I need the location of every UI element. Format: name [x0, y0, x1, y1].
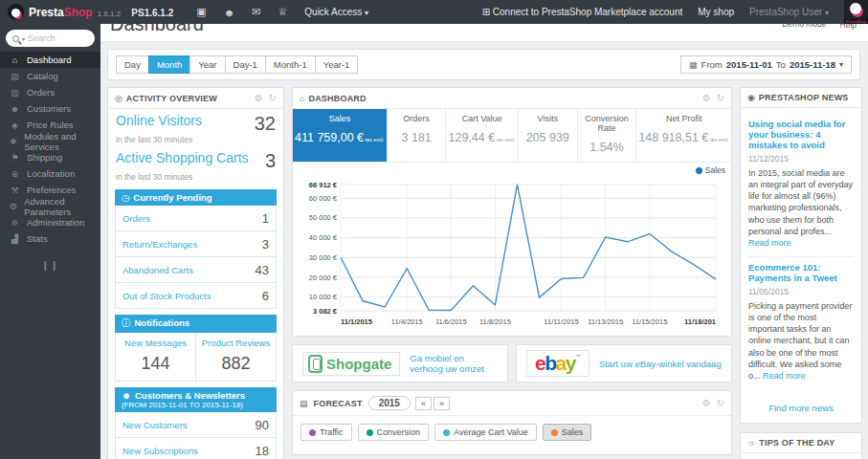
gear-icon[interactable]: ⚙ [255, 93, 263, 103]
read-more-link[interactable]: Read more [748, 238, 791, 248]
notification-label[interactable]: New Messages [120, 338, 191, 348]
table-row[interactable]: Return/Exchanges3 [115, 231, 277, 257]
sidebar-collapse-toggle[interactable]: ❙❙ [0, 260, 100, 271]
cart-icon[interactable]: ▣ [196, 6, 206, 18]
mail-icon[interactable]: ✉ [252, 6, 260, 18]
module-cards-row: Shopgate Ga mobiel en verhoog uw omzet e… [292, 344, 732, 382]
forecast-year-selector[interactable]: 2015 [368, 396, 411, 410]
customers-newsletters-header: ☻Customers & Newsletters (FROM 2015-11-0… [115, 387, 277, 412]
ebay-card[interactable]: ebay™ Start uw eBay-winkel vandaag [516, 344, 732, 382]
brand[interactable]: PrestaShop 1.6.1.2 PS1.6.1.2 [0, 4, 181, 20]
activity-stat-link[interactable]: Online Visitors [116, 113, 202, 128]
activity-stat-link[interactable]: Active Shopping Carts [116, 150, 249, 165]
row-label-link[interactable]: Return/Exchanges [122, 239, 197, 250]
kpi-conversion-rate[interactable]: Conversion Rate1.54% [578, 109, 637, 162]
table-row[interactable]: Abandoned Carts43 [115, 257, 277, 283]
ebay-link[interactable]: Start uw eBay-winkel vandaag [599, 359, 722, 369]
range-button-year[interactable]: Year [189, 55, 225, 74]
range-button-year-1[interactable]: Year-1 [315, 55, 359, 74]
sidebar-item-label: Customers [27, 103, 71, 114]
search-input[interactable] [28, 33, 88, 43]
currently-pending-title: Currently Pending [133, 192, 211, 203]
forecast-series-toggle-traffic[interactable]: Traffic [300, 424, 352, 441]
person-icon[interactable]: ☻ [224, 7, 235, 18]
sidebar-item-label: Price Rules [27, 120, 74, 130]
sidebar-item-orders[interactable]: ▥Orders [0, 84, 100, 100]
date-range-picker[interactable]: ▦ From 2015-11-01 To 2015-11-18 ▾ [680, 55, 852, 74]
table-row[interactable]: Out of Stock Products6 [115, 283, 277, 309]
search-scope-caret-icon[interactable]: ▾ [22, 35, 25, 42]
user-menu[interactable]: PrestaShop User ▾ [749, 7, 829, 17]
customers-newsletters-subtitle: (FROM 2015-11-01 TO 2015-11-18) [122, 401, 270, 409]
row-label-link[interactable]: Out of Stock Products [122, 291, 211, 301]
kpi-label: Sales [295, 114, 385, 123]
notification-cell[interactable]: Product Reviews882 [195, 333, 276, 381]
forecast-series-toggle-conversion[interactable]: Conversion [358, 424, 430, 441]
range-button-month-1[interactable]: Month-1 [265, 55, 316, 74]
sidebar-search[interactable]: ▾ [6, 30, 95, 47]
range-button-month[interactable]: Month [148, 55, 190, 74]
kpi-visits[interactable]: Visits205 939 [519, 109, 578, 162]
news-article-title[interactable]: Using social media for your business: 4 … [748, 119, 854, 150]
row-label-link[interactable]: New Customers [122, 420, 188, 430]
table-row[interactable]: Orders1 [115, 206, 277, 231]
sidebar-item-advanced-parameters[interactable]: ⚙Advanced Parameters [0, 198, 100, 214]
row-label-link[interactable]: Orders [122, 213, 150, 224]
from-date: 2015-11-01 [726, 59, 772, 70]
avatar[interactable]: PrestaShop [844, 0, 868, 24]
row-label-link[interactable]: New Subscriptions [122, 446, 198, 456]
notification-cell[interactable]: New Messages144 [116, 333, 195, 381]
kpi-suffix: tax excl. [708, 137, 729, 142]
sidebar-item-shipping[interactable]: ⚑Shipping [0, 149, 100, 165]
row-label-link[interactable]: Abandoned Carts [122, 265, 193, 275]
refresh-icon[interactable]: ↻ [269, 93, 277, 103]
find-more-news-link[interactable]: Find more news [741, 395, 861, 423]
kpi-orders[interactable]: Orders3 181 [388, 109, 447, 162]
refresh-icon[interactable]: ↻ [717, 93, 724, 103]
info-icon: ⓘ [122, 317, 131, 328]
news-panel-header: ◉ PRESTASHOP NEWS [741, 88, 861, 108]
sidebar-item-stats[interactable]: ▟Stats [0, 230, 100, 247]
brand-name-presta: Presta [29, 6, 64, 19]
my-shop-link[interactable]: My shop [698, 7, 734, 17]
row-value: 3 [262, 237, 269, 251]
forecast-series-toggle-sales[interactable]: Sales [543, 424, 592, 441]
sidebar-item-catalog[interactable]: ▤Catalog [0, 68, 100, 84]
chart-legend[interactable]: Sales [293, 163, 731, 175]
notification-label[interactable]: Product Reviews [200, 338, 272, 348]
range-button-day-1[interactable]: Day-1 [225, 55, 266, 74]
trophy-icon[interactable]: ♕ [278, 6, 287, 18]
kpi-net-profit[interactable]: Net Profit148 918,51 € tax excl. [636, 109, 731, 162]
sidebar-item-label: Orders [27, 87, 55, 98]
sidebar-item-administration[interactable]: ✲Administration [0, 214, 100, 230]
activity-panel-header: ◎ ACTIVITY OVERVIEW ⚙ ↻ [108, 88, 283, 109]
sidebar-item-localization[interactable]: ⊕Localization [0, 165, 100, 182]
svg-text:66 912 €: 66 912 € [309, 181, 338, 189]
activity-stat-value: 32 [255, 113, 276, 135]
news-article-excerpt: In 2015, social media are an integral pa… [748, 167, 854, 249]
forecast-next-button[interactable]: » [434, 397, 450, 410]
notifications-section: ⓘNotifications New Messages144Product Re… [115, 315, 277, 382]
shopgate-link[interactable]: Ga mobiel en verhoog uw omzet [410, 353, 498, 374]
shopgate-card[interactable]: Shopgate Ga mobiel en verhoog uw omzet [292, 344, 508, 382]
forecast-prev-button[interactable]: « [415, 397, 432, 410]
news-article-title[interactable]: Ecommerce 101: Payments in a Tweet [748, 262, 854, 283]
refresh-icon[interactable]: ↻ [717, 398, 724, 408]
read-more-link[interactable]: Read more [763, 371, 806, 381]
sidebar-item-customers[interactable]: ☻Customers [0, 100, 100, 117]
forecast-series-toggle-average-cart-value[interactable]: Average Cart Value [434, 424, 537, 441]
quick-access-menu[interactable]: Quick Access ▾ [304, 7, 368, 17]
gear-icon[interactable]: ⚙ [702, 93, 711, 103]
sidebar-item-dashboard[interactable]: ⌂Dashboard [0, 52, 100, 68]
sidebar-item-modules-and-services[interactable]: ❖Modules and Services [0, 133, 100, 149]
gear-icon[interactable]: ⚙ [702, 398, 711, 408]
clock-icon: ◷ [122, 192, 129, 203]
table-row[interactable]: New Customers90 [115, 412, 277, 438]
marketplace-link[interactable]: ⊞ Connect to PrestaShop Marketplace acco… [482, 7, 683, 17]
svg-text:11/6/2015: 11/6/2015 [435, 317, 467, 326]
kpi-cart-value[interactable]: Cart Value129,44 € tax excl. [446, 109, 518, 162]
table-row[interactable]: New Subscriptions18 [115, 438, 277, 459]
shopgate-logo: Shopgate [302, 352, 400, 376]
range-button-day[interactable]: Day [116, 55, 149, 74]
kpi-sales[interactable]: Sales411 759,00 € tax excl. [293, 109, 388, 162]
